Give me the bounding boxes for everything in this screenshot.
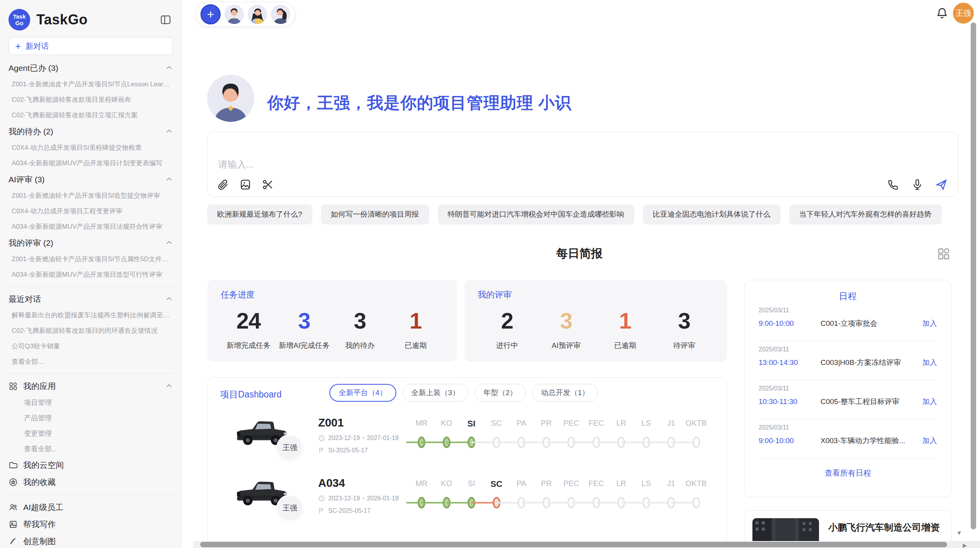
paperclip-icon[interactable] [217, 178, 229, 191]
member-avatar[interactable] [224, 5, 244, 24]
join-link[interactable]: 加入 [922, 436, 937, 446]
sidebar-collapse-icon[interactable] [160, 14, 171, 26]
app-item[interactable]: 产品管理 [9, 410, 173, 426]
phone-icon[interactable] [887, 178, 899, 191]
milestone-label: SI [468, 479, 475, 488]
join-link[interactable]: 加入 [922, 397, 937, 407]
sidebar-item[interactable]: A034-全新新能源MUV产品开发项目造型可行性评审 [9, 267, 173, 283]
suggestion-chip[interactable]: 当下年轻人对汽车外观有怎样的喜好趋势 [789, 204, 942, 224]
project-flag-date: SI-2025-05-17 [318, 447, 399, 454]
chevron-up-icon[interactable] [165, 382, 173, 390]
sidebar-item-write-helper[interactable]: 帮我写作 [9, 516, 173, 533]
member-avatar[interactable] [248, 5, 267, 24]
view-all-schedule-link[interactable]: 查看所有日程 [759, 468, 937, 478]
milestone-label: PR [541, 479, 552, 488]
milestone-label: PA [516, 479, 526, 488]
app-item[interactable]: 项目管理 [9, 395, 173, 410]
project-code: Z001 [318, 416, 399, 429]
sidebar-item-cloud-space[interactable]: 我的云空间 [9, 457, 173, 474]
scroll-right-arrow-icon[interactable]: ▶ [963, 542, 967, 548]
section-my-review[interactable]: 我的评审 (2) [9, 235, 173, 252]
project-row[interactable]: 王强A0342023-12-19 ~ 2026-01-19SC-2025-05-… [208, 477, 726, 537]
chevron-up-icon[interactable] [165, 176, 173, 183]
project-row[interactable]: 王强Z0012023-12-19 ~ 2027-01-19SI-2025-05-… [208, 416, 726, 477]
chevron-up-icon[interactable] [165, 128, 173, 135]
schedule-date: 2025/03/11 [759, 346, 937, 353]
section-agent-done[interactable]: Agent已办 (3) [9, 60, 173, 77]
owner-badge: 王强 [276, 495, 303, 522]
quill-icon [9, 537, 18, 546]
grid-icon [9, 382, 18, 391]
chat-input-placeholder: 请输入... [218, 158, 254, 171]
suggestion-chip[interactable]: 比亚迪全固态电池计划具体说了什么 [643, 204, 781, 224]
image-upload-icon[interactable] [239, 178, 252, 191]
my-todo-list: C0X4-动力总成开发项目SI里程碑提交物检查A034-全新新能源MUV产品开发… [9, 140, 173, 171]
join-link[interactable]: 加入 [922, 358, 937, 368]
sidebar-item-favorites[interactable]: 我的收藏 [9, 474, 173, 491]
section-my-apps[interactable]: 我的应用 [9, 378, 173, 395]
sidebar-item[interactable]: 解释最新出台的欧盟报废车法规再生塑料比例被调至15%... [9, 308, 173, 323]
milestone-label: LS [641, 419, 651, 428]
recent-chats-list: 解释最新出台的欧盟报废车法规再生塑料比例被调至15%...C02-飞腾新能源轻客… [9, 308, 173, 370]
chevron-up-icon[interactable] [165, 239, 173, 247]
chevron-up-icon[interactable] [165, 295, 173, 303]
composer-left-icons [217, 178, 274, 191]
horizontal-scrollbar-thumb[interactable] [200, 542, 947, 547]
send-icon[interactable] [935, 178, 947, 191]
sidebar-item[interactable]: 查看全部... [9, 354, 173, 370]
milestone-label: MR [415, 419, 427, 428]
sidebar-item[interactable]: C02-飞腾新能源轻客改款项目立项汇报方案 [9, 108, 173, 123]
add-member-button[interactable]: + [200, 4, 221, 24]
agent-done-list: Z001-全新燃油皮卡产品开发项目SI节点Lesson Learn报告C02-飞… [9, 77, 173, 123]
notification-bell-icon[interactable] [936, 7, 948, 19]
stat-label: 待评审 [655, 341, 714, 351]
sidebar-item[interactable]: A034-全新新能源MUV产品开发项目法规符合性评审 [9, 219, 173, 235]
scissors-icon[interactable] [262, 178, 274, 191]
join-link[interactable]: 加入 [922, 319, 937, 329]
sidebar-item[interactable]: C0X4-动力总成开发项目SI里程碑提交物检查 [9, 140, 173, 156]
microphone-icon[interactable] [911, 178, 923, 191]
sidebar-item[interactable]: C0X4-动力总成开发项目工程变更评审 [9, 204, 173, 219]
user-avatar[interactable]: 王强 [953, 3, 974, 24]
topbar-member-pill: + [195, 2, 295, 27]
section-my-todo[interactable]: 我的待办 (2) [9, 123, 173, 140]
stat-value: 3 [655, 308, 714, 334]
sidebar-item[interactable]: Z001-全新燃油轻卡产品开发项目SI节点属性5D文件评审 [9, 252, 173, 267]
dashboard-tab[interactable]: 全新上装（3） [403, 384, 469, 402]
suggestion-chip[interactable]: 欧洲新规最近颁布了什么? [207, 204, 312, 224]
dashboard-tabs: 全新平台（4）全新上装（3）年型（2）动总开发（1） [329, 384, 598, 402]
card-title: 任务进度 [221, 289, 444, 301]
dashboard-tab[interactable]: 全新平台（4） [329, 384, 396, 402]
sidebar-item-ai-employee[interactable]: AI超级员工 [9, 499, 173, 516]
suggestion-chip[interactable]: 如何写一份清晰的项目周报 [321, 204, 429, 224]
app-item[interactable]: 变更管理 [9, 426, 173, 441]
dashboard-tab[interactable]: 年型（2） [475, 384, 526, 402]
sidebar-item[interactable]: A034-全新新能源MUV产品开发项目计划变更表编写 [9, 156, 173, 171]
schedule-time: 13:00-14:30 [759, 358, 821, 367]
stat-label: 已逾期 [388, 341, 444, 351]
sidebar-item[interactable]: C02-飞腾新能源轻客改款项目里程碑画布 [9, 92, 173, 108]
logo-line1: Task [13, 13, 26, 20]
dashboard-tab[interactable]: 动总开发（1） [532, 384, 598, 402]
sidebar-header: Task Go TaskGo [9, 5, 173, 35]
vertical-scrollbar-thumb[interactable] [971, 22, 976, 529]
sidebar-item[interactable]: 公司Q3轻卡销量 [9, 339, 173, 354]
chat-input-box[interactable]: 请输入... [207, 132, 958, 197]
stat-label: 已逾期 [596, 341, 655, 351]
horizontal-scrollbar-track[interactable]: ▶ [194, 541, 980, 548]
suggestion-chip[interactable]: 特朗普可能对进口汽车增税会对中国车企造成哪些影响 [438, 204, 634, 224]
scroll-down-arrow-icon[interactable]: ▼ [956, 529, 962, 536]
layout-grid-icon[interactable] [937, 247, 951, 261]
app-logo: Task Go [9, 9, 30, 31]
sidebar-item[interactable]: Z001-全新燃油轻卡产品开发项目SI造型提交物评审 [9, 188, 173, 204]
project-code: A034 [318, 477, 399, 490]
section-recent-chats[interactable]: 最近对话 [9, 291, 173, 308]
sidebar-item[interactable]: Z001-全新燃油皮卡产品开发项目SI节点Lesson Learn报告 [9, 77, 173, 92]
sidebar-item[interactable]: C02-飞腾新能源轻客改款项目的闭环通告反馈情况 [9, 323, 173, 339]
new-chat-button[interactable]: + 新对话 [9, 37, 173, 55]
sidebar-item-creative-drawing[interactable]: 创意制图 [9, 533, 173, 548]
member-avatar[interactable] [271, 5, 290, 24]
section-ai-review[interactable]: AI评审 (3) [9, 171, 173, 188]
chevron-up-icon[interactable] [165, 64, 173, 72]
app-item[interactable]: 查看全部.. [9, 441, 173, 457]
